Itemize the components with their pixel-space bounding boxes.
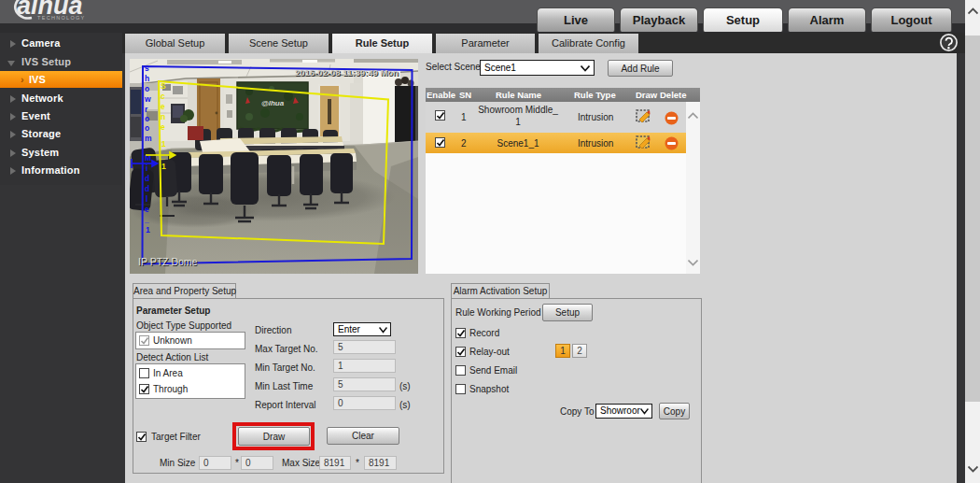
svg-text:TECHNOLOGY: TECHNOLOGY [37, 15, 86, 21]
svg-text:o: o [145, 123, 149, 133]
svg-text:c: c [161, 92, 165, 101]
svg-text:h: h [145, 74, 149, 83]
svg-text:1: 1 [161, 139, 166, 149]
svg-text:e: e [161, 122, 165, 132]
svg-text:w: w [144, 94, 151, 104]
svg-text:o: o [145, 84, 149, 93]
svg-text:s: s [145, 64, 149, 73]
svg-text:2016-02-08 11:39:49 Mon: 2016-02-08 11:39:49 Mon [295, 67, 399, 78]
svg-text:1: 1 [146, 225, 150, 234]
svg-text:1: 1 [161, 162, 166, 171]
svg-text:i: i [146, 163, 147, 173]
svg-text:m: m [145, 134, 152, 143]
svg-text:_: _ [144, 215, 149, 224]
svg-text:n: n [161, 112, 165, 121]
svg-text:_: _ [160, 151, 165, 161]
svg-text:e: e [145, 205, 149, 214]
svg-text:@lhua: @lhua [261, 99, 285, 107]
svg-text:e: e [161, 102, 165, 111]
svg-text:d: d [145, 184, 149, 193]
svg-text:IP PTZ Dome: IP PTZ Dome [138, 256, 198, 267]
svg-text:o: o [145, 114, 149, 123]
svg-text:d: d [145, 174, 149, 183]
svg-text:l: l [146, 194, 147, 204]
svg-text:S: S [161, 81, 166, 91]
